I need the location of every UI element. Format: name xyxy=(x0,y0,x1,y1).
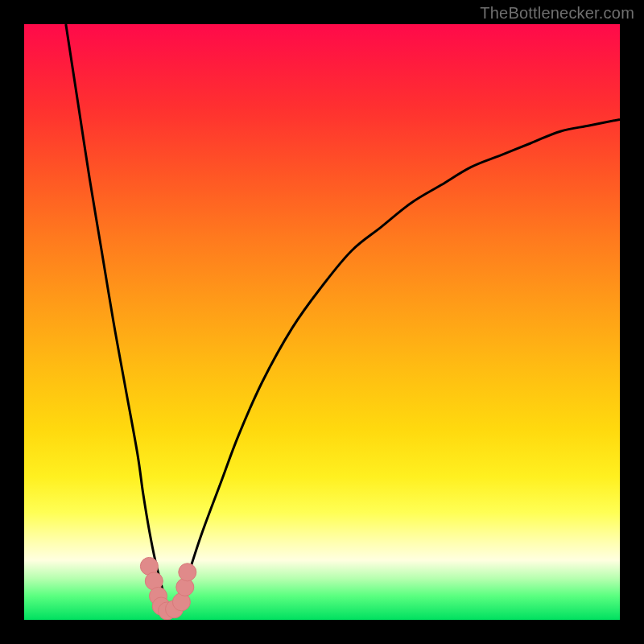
valley-marker xyxy=(179,564,196,581)
curve-left-branch xyxy=(66,24,167,608)
plot-area xyxy=(24,24,620,620)
bottleneck-curve xyxy=(66,24,620,608)
watermark-text: TheBottlenecker.com xyxy=(480,4,634,23)
chart-svg xyxy=(24,24,620,620)
curve-right-branch xyxy=(179,119,620,601)
chart-frame: TheBottlenecker.com xyxy=(0,0,644,644)
valley-markers xyxy=(140,557,196,620)
